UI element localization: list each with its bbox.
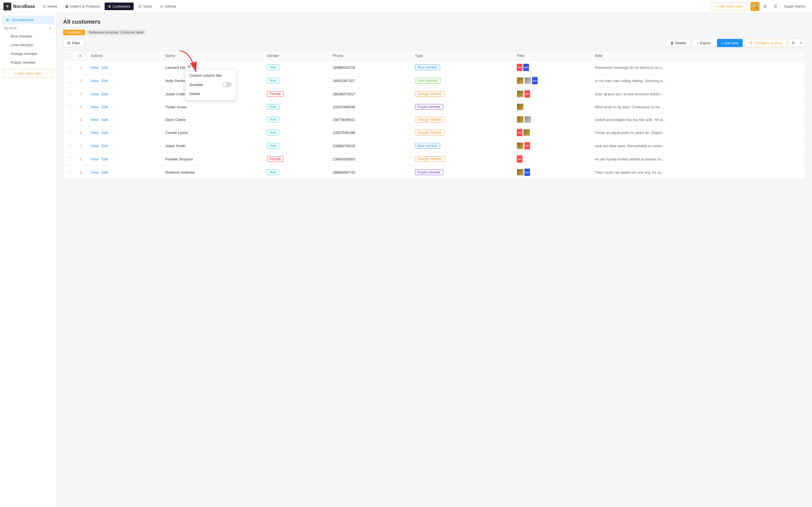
edit-link-7[interactable]: Edit [102, 144, 108, 148]
nav-github[interactable]: ⊙ GitHub [157, 3, 179, 10]
pdf-icon: PDF [524, 90, 530, 98]
file-icons: DOC [517, 77, 587, 84]
add-new-button[interactable]: + Add new [717, 39, 743, 47]
row-checkbox-7[interactable] [67, 144, 71, 148]
row-gender-6: Male [263, 126, 329, 139]
logo-text: NocoBase [13, 4, 35, 9]
row-files-7: PDF [513, 139, 591, 153]
sidebar-by-level-label: By level [4, 26, 16, 30]
view-link-9[interactable]: View [91, 170, 98, 175]
row-num-2: 2 [75, 74, 86, 88]
nav-settings-icon[interactable]: ⚙ [771, 2, 780, 11]
nav-search-icon[interactable]: 🔍 [751, 2, 760, 11]
edit-link-9[interactable]: Edit [102, 170, 108, 175]
edit-link-3[interactable]: Edit [102, 92, 108, 96]
img2-icon [524, 116, 531, 123]
view-link-5[interactable]: View [91, 118, 98, 122]
filter-button[interactable]: ⊟ Filter [63, 39, 84, 47]
img-icon [517, 104, 524, 110]
sortable-toggle[interactable] [222, 82, 232, 87]
list-view-button[interactable]: ≡ [797, 39, 805, 47]
row-actions-1: View Edit [86, 61, 162, 74]
nav-user[interactable]: Super Admin [781, 3, 809, 10]
table-row: 2 View Edit Holly Perkins Male 189103473… [63, 74, 805, 88]
row-checkbox-8[interactable] [67, 157, 71, 161]
github-icon: ⊙ [160, 4, 163, 8]
sidebar-item-blue[interactable]: Blue member [2, 32, 54, 40]
row-phone-2: 18910347327 [329, 74, 411, 88]
edit-link-5[interactable]: Edit [102, 118, 108, 122]
row-files-6: PDF [513, 126, 591, 139]
view-link-6[interactable]: View [91, 130, 98, 135]
sidebar-add-menu-button[interactable]: + Add menu item [3, 69, 53, 78]
file-icons [517, 116, 587, 123]
delete-icon: 🗑 [670, 41, 674, 45]
sidebar-item-purple[interactable]: Purple member [2, 58, 54, 66]
sidebar-collapse-icon: ∧ [49, 26, 52, 30]
table-row: 6 View Edit Connie Lyons Male 1352764519… [63, 126, 805, 139]
sidebar-by-level-section[interactable]: By level ∧ [0, 24, 56, 32]
filter-icon: ⊟ [67, 41, 70, 45]
row-checkbox-3[interactable] [67, 92, 71, 96]
nav-grid-icon[interactable]: ⊞ [761, 2, 770, 11]
row-phone-5: 15673659911 [329, 113, 411, 126]
view-link-2[interactable]: View [91, 79, 98, 83]
top-nav: N NocoBase ⊙ Home ▦ Orders & Products ⊕ … [0, 0, 812, 13]
main-content: All customers Customers Reference templa… [56, 13, 812, 507]
sortable-item[interactable]: Sortable [185, 80, 236, 90]
row-checkbox-1[interactable] [67, 65, 71, 69]
row-checkbox-4[interactable] [67, 105, 71, 109]
data-table-container: ⊞ ≡ Custom column title Sortable Delete [63, 51, 805, 179]
view-link-8[interactable]: View [91, 157, 98, 161]
nav-add-menu-button[interactable]: + Add menu item [711, 2, 747, 10]
configure-actions-button[interactable]: ⚙ Configure actions [745, 39, 787, 47]
row-checkbox-5[interactable] [67, 118, 71, 121]
view-link-4[interactable]: View [91, 105, 98, 109]
export-button[interactable]: ↑ Export [692, 39, 715, 47]
row-checkbox-6[interactable] [67, 130, 71, 134]
row-num-3: 3 [75, 88, 86, 101]
gender-badge-2: Male [267, 78, 279, 83]
col-add-icon[interactable]: ⊞ [187, 64, 191, 69]
edit-link-8[interactable]: Edit [102, 157, 108, 161]
view-link-3[interactable]: View [91, 92, 98, 96]
view-link-7[interactable]: View [91, 144, 98, 148]
nav-orders[interactable]: ▦ Orders & Products [62, 3, 104, 10]
gender-badge-1: Male [267, 65, 279, 70]
row-type-1: Blue member [411, 61, 513, 74]
row-checkbox-9[interactable] [67, 170, 71, 174]
delete-column-item[interactable]: Delete [185, 90, 236, 98]
col-header-actions: Actions [86, 51, 162, 61]
col-list-icon[interactable]: ≡ [192, 64, 196, 69]
logo[interactable]: N NocoBase [3, 3, 35, 10]
view-link-1[interactable]: View [91, 65, 98, 70]
row-checkbox-2[interactable] [67, 79, 71, 82]
breadcrumb-customers[interactable]: Customers [63, 30, 85, 35]
logo-icon: N [3, 3, 11, 10]
row-gender-3: Female [263, 88, 329, 101]
col-header-type: Type [411, 51, 513, 61]
custom-column-title-item[interactable]: Custom column title [185, 71, 236, 80]
edit-link-6[interactable]: Edit [102, 130, 108, 135]
select-all-checkbox[interactable] [67, 54, 71, 58]
custom-column-title-label: Custom column title [189, 73, 222, 77]
img-icon [517, 169, 524, 176]
nav-tasks[interactable]: ☑ Tasks [135, 3, 156, 10]
edit-link-1[interactable]: Edit [102, 65, 108, 70]
sidebar-item-lime[interactable]: Lime member [2, 41, 54, 49]
nav-home[interactable]: ⊙ Home [40, 3, 61, 10]
grid-view-button[interactable]: ⊞ [789, 39, 797, 47]
sidebar-item-orange[interactable]: Orange member [2, 50, 54, 58]
row-files-5 [513, 113, 591, 126]
delete-button[interactable]: 🗑 Delete [666, 39, 690, 47]
edit-link-4[interactable]: Edit [102, 105, 108, 109]
row-phone-3: 18638372617 [329, 88, 411, 101]
edit-link-2[interactable]: Edit [102, 79, 108, 83]
col-header-name[interactable]: Name [162, 51, 263, 61]
col-header-gender: Gender [263, 51, 329, 61]
img-icon [517, 91, 524, 97]
sidebar-item-all-customers[interactable]: ⊕ All customers [2, 15, 54, 24]
breadcrumb-template[interactable]: Reference template: Customer table [86, 30, 146, 35]
nav-customers[interactable]: ⊕ Customers [105, 3, 134, 10]
sidebar-orange-label: Orange member [11, 52, 38, 56]
